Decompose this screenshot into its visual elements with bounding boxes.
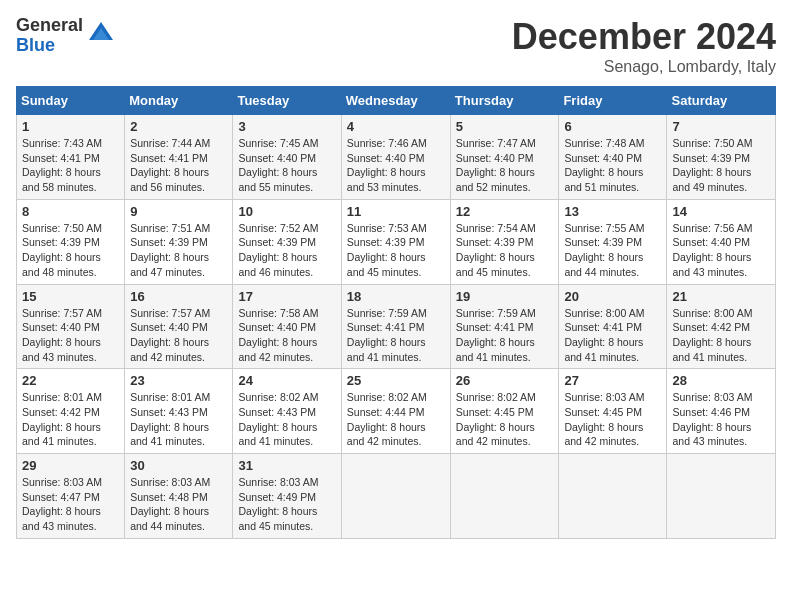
logo-general-text: General	[16, 16, 83, 36]
day-info: Sunrise: 7:44 AMSunset: 4:41 PMDaylight:…	[130, 137, 210, 193]
day-cell-28: 28 Sunrise: 8:03 AMSunset: 4:46 PMDaylig…	[667, 369, 776, 454]
day-cell-4: 4 Sunrise: 7:46 AMSunset: 4:40 PMDayligh…	[341, 115, 450, 200]
day-cell-24: 24 Sunrise: 8:02 AMSunset: 4:43 PMDaylig…	[233, 369, 341, 454]
day-info: Sunrise: 7:58 AMSunset: 4:40 PMDaylight:…	[238, 307, 318, 363]
day-number: 16	[130, 289, 227, 304]
day-cell-21: 21 Sunrise: 8:00 AMSunset: 4:42 PMDaylig…	[667, 284, 776, 369]
day-number: 31	[238, 458, 335, 473]
day-info: Sunrise: 7:56 AMSunset: 4:40 PMDaylight:…	[672, 222, 752, 278]
day-cell-5: 5 Sunrise: 7:47 AMSunset: 4:40 PMDayligh…	[450, 115, 559, 200]
day-number: 7	[672, 119, 770, 134]
header-row: SundayMondayTuesdayWednesdayThursdayFrid…	[17, 87, 776, 115]
empty-cell	[667, 454, 776, 539]
day-info: Sunrise: 8:01 AMSunset: 4:43 PMDaylight:…	[130, 391, 210, 447]
day-info: Sunrise: 8:03 AMSunset: 4:48 PMDaylight:…	[130, 476, 210, 532]
day-cell-20: 20 Sunrise: 8:00 AMSunset: 4:41 PMDaylig…	[559, 284, 667, 369]
day-info: Sunrise: 7:50 AMSunset: 4:39 PMDaylight:…	[672, 137, 752, 193]
col-header-monday: Monday	[125, 87, 233, 115]
empty-cell	[341, 454, 450, 539]
month-title: December 2024	[512, 16, 776, 58]
calendar-week-5: 29 Sunrise: 8:03 AMSunset: 4:47 PMDaylig…	[17, 454, 776, 539]
empty-cell	[450, 454, 559, 539]
day-number: 26	[456, 373, 554, 388]
day-number: 22	[22, 373, 119, 388]
day-info: Sunrise: 8:00 AMSunset: 4:42 PMDaylight:…	[672, 307, 752, 363]
day-cell-17: 17 Sunrise: 7:58 AMSunset: 4:40 PMDaylig…	[233, 284, 341, 369]
day-number: 4	[347, 119, 445, 134]
day-info: Sunrise: 8:03 AMSunset: 4:49 PMDaylight:…	[238, 476, 318, 532]
day-info: Sunrise: 8:00 AMSunset: 4:41 PMDaylight:…	[564, 307, 644, 363]
day-cell-6: 6 Sunrise: 7:48 AMSunset: 4:40 PMDayligh…	[559, 115, 667, 200]
day-info: Sunrise: 7:59 AMSunset: 4:41 PMDaylight:…	[456, 307, 536, 363]
day-info: Sunrise: 8:02 AMSunset: 4:44 PMDaylight:…	[347, 391, 427, 447]
day-cell-25: 25 Sunrise: 8:02 AMSunset: 4:44 PMDaylig…	[341, 369, 450, 454]
day-number: 9	[130, 204, 227, 219]
day-number: 25	[347, 373, 445, 388]
logo: General Blue	[16, 16, 115, 56]
day-number: 19	[456, 289, 554, 304]
day-cell-22: 22 Sunrise: 8:01 AMSunset: 4:42 PMDaylig…	[17, 369, 125, 454]
day-number: 17	[238, 289, 335, 304]
day-number: 20	[564, 289, 661, 304]
day-info: Sunrise: 8:03 AMSunset: 4:47 PMDaylight:…	[22, 476, 102, 532]
day-cell-10: 10 Sunrise: 7:52 AMSunset: 4:39 PMDaylig…	[233, 199, 341, 284]
day-cell-13: 13 Sunrise: 7:55 AMSunset: 4:39 PMDaylig…	[559, 199, 667, 284]
day-info: Sunrise: 7:50 AMSunset: 4:39 PMDaylight:…	[22, 222, 102, 278]
day-cell-15: 15 Sunrise: 7:57 AMSunset: 4:40 PMDaylig…	[17, 284, 125, 369]
day-number: 11	[347, 204, 445, 219]
logo-icon	[87, 20, 115, 52]
day-number: 23	[130, 373, 227, 388]
day-number: 6	[564, 119, 661, 134]
day-number: 14	[672, 204, 770, 219]
day-cell-26: 26 Sunrise: 8:02 AMSunset: 4:45 PMDaylig…	[450, 369, 559, 454]
day-info: Sunrise: 7:54 AMSunset: 4:39 PMDaylight:…	[456, 222, 536, 278]
day-cell-11: 11 Sunrise: 7:53 AMSunset: 4:39 PMDaylig…	[341, 199, 450, 284]
day-cell-18: 18 Sunrise: 7:59 AMSunset: 4:41 PMDaylig…	[341, 284, 450, 369]
day-info: Sunrise: 7:47 AMSunset: 4:40 PMDaylight:…	[456, 137, 536, 193]
calendar-week-2: 8 Sunrise: 7:50 AMSunset: 4:39 PMDayligh…	[17, 199, 776, 284]
col-header-saturday: Saturday	[667, 87, 776, 115]
day-cell-14: 14 Sunrise: 7:56 AMSunset: 4:40 PMDaylig…	[667, 199, 776, 284]
day-number: 24	[238, 373, 335, 388]
day-number: 30	[130, 458, 227, 473]
day-number: 1	[22, 119, 119, 134]
day-cell-12: 12 Sunrise: 7:54 AMSunset: 4:39 PMDaylig…	[450, 199, 559, 284]
day-cell-7: 7 Sunrise: 7:50 AMSunset: 4:39 PMDayligh…	[667, 115, 776, 200]
day-cell-3: 3 Sunrise: 7:45 AMSunset: 4:40 PMDayligh…	[233, 115, 341, 200]
day-number: 15	[22, 289, 119, 304]
day-number: 13	[564, 204, 661, 219]
col-header-sunday: Sunday	[17, 87, 125, 115]
day-info: Sunrise: 7:53 AMSunset: 4:39 PMDaylight:…	[347, 222, 427, 278]
empty-cell	[559, 454, 667, 539]
day-info: Sunrise: 7:57 AMSunset: 4:40 PMDaylight:…	[22, 307, 102, 363]
day-cell-23: 23 Sunrise: 8:01 AMSunset: 4:43 PMDaylig…	[125, 369, 233, 454]
day-number: 12	[456, 204, 554, 219]
day-info: Sunrise: 8:03 AMSunset: 4:46 PMDaylight:…	[672, 391, 752, 447]
logo-blue-text: Blue	[16, 36, 83, 56]
day-info: Sunrise: 8:03 AMSunset: 4:45 PMDaylight:…	[564, 391, 644, 447]
day-cell-2: 2 Sunrise: 7:44 AMSunset: 4:41 PMDayligh…	[125, 115, 233, 200]
day-cell-29: 29 Sunrise: 8:03 AMSunset: 4:47 PMDaylig…	[17, 454, 125, 539]
day-number: 28	[672, 373, 770, 388]
day-cell-9: 9 Sunrise: 7:51 AMSunset: 4:39 PMDayligh…	[125, 199, 233, 284]
day-number: 21	[672, 289, 770, 304]
day-info: Sunrise: 8:01 AMSunset: 4:42 PMDaylight:…	[22, 391, 102, 447]
day-info: Sunrise: 7:48 AMSunset: 4:40 PMDaylight:…	[564, 137, 644, 193]
day-info: Sunrise: 7:51 AMSunset: 4:39 PMDaylight:…	[130, 222, 210, 278]
col-header-tuesday: Tuesday	[233, 87, 341, 115]
col-header-friday: Friday	[559, 87, 667, 115]
day-number: 27	[564, 373, 661, 388]
day-number: 8	[22, 204, 119, 219]
day-number: 5	[456, 119, 554, 134]
day-info: Sunrise: 8:02 AMSunset: 4:43 PMDaylight:…	[238, 391, 318, 447]
day-number: 3	[238, 119, 335, 134]
title-block: December 2024 Senago, Lombardy, Italy	[512, 16, 776, 76]
day-number: 10	[238, 204, 335, 219]
day-info: Sunrise: 7:46 AMSunset: 4:40 PMDaylight:…	[347, 137, 427, 193]
col-header-wednesday: Wednesday	[341, 87, 450, 115]
day-number: 2	[130, 119, 227, 134]
day-info: Sunrise: 7:43 AMSunset: 4:41 PMDaylight:…	[22, 137, 102, 193]
location: Senago, Lombardy, Italy	[512, 58, 776, 76]
day-info: Sunrise: 8:02 AMSunset: 4:45 PMDaylight:…	[456, 391, 536, 447]
day-cell-31: 31 Sunrise: 8:03 AMSunset: 4:49 PMDaylig…	[233, 454, 341, 539]
